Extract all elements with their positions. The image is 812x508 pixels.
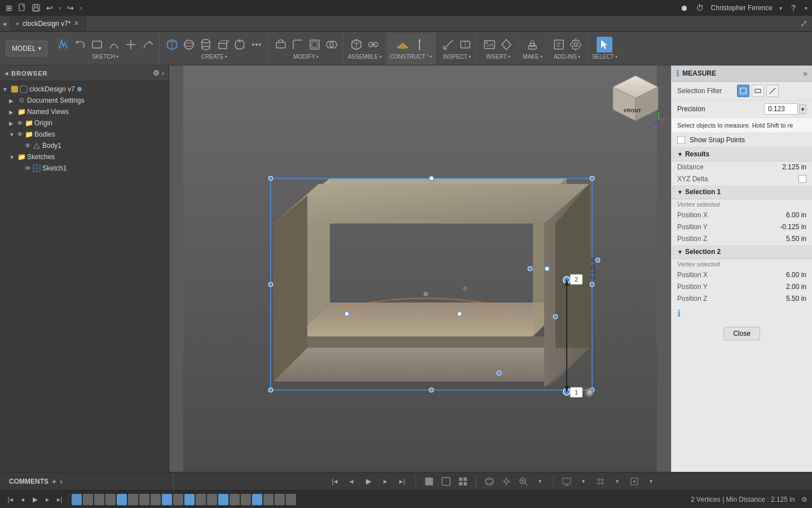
view-cube[interactable]: FRONT X Y Z <box>604 70 667 132</box>
timeline-item[interactable] <box>218 494 228 505</box>
timeline-item[interactable] <box>184 494 195 505</box>
viewport[interactable]: 2 1 ⚙ 2.125 in <box>169 65 671 472</box>
comments-expand-icon[interactable]: › <box>60 477 63 486</box>
timeline-item[interactable] <box>241 494 251 505</box>
toolbar-make[interactable]: MAKE ▾ <box>519 33 546 64</box>
timeline-item[interactable] <box>252 494 262 505</box>
skip-start-icon[interactable]: |◂ <box>329 475 341 488</box>
save-icon[interactable] <box>32 3 41 12</box>
tree-item-bodies[interactable]: ▼ 👁 📁 Bodies <box>0 129 169 140</box>
app-grid-icon[interactable]: ⊞ <box>5 3 14 12</box>
timeline-item[interactable] <box>72 494 82 505</box>
timeline-item[interactable] <box>94 494 104 505</box>
snap-icon[interactable] <box>628 475 641 488</box>
tab-nav-left[interactable]: ◂ <box>0 20 9 28</box>
create-label: CREATE <box>201 54 224 60</box>
toolbar-inspect[interactable]: INSPECT ▾ <box>437 33 477 64</box>
tab-close-icon[interactable]: ✕ <box>74 20 79 27</box>
toolbar-construct[interactable]: CONSTRUCT * ▾ <box>387 33 436 64</box>
tree-item-docsettings[interactable]: ▶ ⚙ Document Settings <box>0 95 169 106</box>
panel-expand-icon[interactable]: » <box>803 69 807 78</box>
toolbar-addins[interactable]: ADD-INS ▾ <box>548 33 588 64</box>
pan-icon[interactable] <box>500 475 513 488</box>
timeline-play-icon[interactable]: ▶ <box>29 494 41 505</box>
grid-dropdown-icon[interactable]: ▾ <box>611 475 624 488</box>
tree-item-origin[interactable]: ▶ 👁 📁 Origin <box>0 117 169 129</box>
timeline-item[interactable] <box>173 494 183 505</box>
timeline-item[interactable] <box>230 494 240 505</box>
skip-end-icon[interactable]: ▸| <box>396 475 409 488</box>
timeline-item[interactable] <box>263 494 273 505</box>
toolbar-assemble[interactable]: ASSEMBLE ▾ <box>345 33 386 64</box>
part-view-icon[interactable] <box>457 475 469 488</box>
timeline-item[interactable] <box>162 494 172 505</box>
sel2-posz-label: Position Z <box>677 295 707 303</box>
help-icon[interactable]: ? <box>789 3 798 12</box>
record-icon[interactable]: ⏺ <box>679 3 689 12</box>
redo-icon[interactable]: ↪ <box>66 3 75 12</box>
close-button[interactable]: Close <box>723 327 760 340</box>
file-icon[interactable] <box>18 3 27 12</box>
toolbar-select[interactable]: SELECT ▾ <box>589 33 621 64</box>
step-forward-icon[interactable]: ▸ <box>379 475 392 488</box>
timeline-next-icon[interactable]: ▸ <box>42 494 53 505</box>
timeline-end-icon[interactable]: ▸| <box>54 494 65 505</box>
zoom-dropdown-icon[interactable]: ▾ <box>534 475 546 488</box>
filter-body-btn[interactable] <box>737 85 749 97</box>
toolbar-modify[interactable]: MODIFY ▾ <box>270 33 343 64</box>
timeline-item[interactable] <box>128 494 138 505</box>
display-dropdown-icon[interactable]: ▾ <box>577 475 590 488</box>
solid-view-icon[interactable] <box>423 475 435 488</box>
timeline-item[interactable] <box>286 494 296 505</box>
svg-line-113 <box>770 88 775 94</box>
tree-icon-bodies: 📁 <box>24 130 33 139</box>
play-icon[interactable]: ▶ <box>363 475 375 488</box>
browser-collapse-icon[interactable]: ◂ <box>5 69 8 77</box>
snap-dropdown-icon[interactable]: ▾ <box>645 475 657 488</box>
toolbar-sketch[interactable]: SKETCH ▾ <box>52 33 160 64</box>
undo-icon[interactable]: ↩ <box>45 3 54 12</box>
timeline-item[interactable] <box>139 494 149 505</box>
timeline-start-icon[interactable]: |◂ <box>5 494 16 505</box>
timeline-item[interactable] <box>207 494 217 505</box>
step-back-icon[interactable]: ◂ <box>346 475 358 488</box>
browser-expand-icon[interactable]: › <box>162 69 164 77</box>
tree-item-namedviews[interactable]: ▶ 📁 Named Views <box>0 106 169 117</box>
orbit-icon[interactable] <box>483 475 496 488</box>
timeline-item[interactable] <box>151 494 161 505</box>
timer-icon[interactable]: ⏱ <box>695 3 704 12</box>
timeline-prev-icon[interactable]: ◂ <box>17 494 28 505</box>
selection2-section-header[interactable]: ▼ Selection 2 <box>672 245 812 259</box>
display-icon[interactable] <box>561 475 573 488</box>
model-button[interactable]: MODEL ▾ <box>6 41 47 56</box>
selection-filter-label: Selection Filter <box>677 87 734 95</box>
comments-add-icon[interactable]: + <box>52 477 56 486</box>
wireframe-icon[interactable] <box>440 475 452 488</box>
svg-rect-50 <box>20 86 27 93</box>
timeline-item[interactable] <box>117 494 127 505</box>
timeline-item[interactable] <box>275 494 285 505</box>
status-settings-icon[interactable]: ⚙ <box>801 496 807 503</box>
toolbar-create[interactable]: CREATE ▾ <box>161 33 268 64</box>
zoom-icon[interactable] <box>517 475 529 488</box>
tab-expand-icon[interactable]: ⤢ <box>800 18 807 29</box>
selection1-section-header[interactable]: ▼ Selection 1 <box>672 185 812 199</box>
active-tab[interactable]: ● clockDesign v7* ✕ <box>9 16 86 31</box>
precision-dropdown-icon[interactable]: ▾ <box>799 104 806 114</box>
grid-icon[interactable] <box>594 475 607 488</box>
timeline-item[interactable] <box>196 494 206 505</box>
tree-item-sketch1[interactable]: 👁 Sketch1 <box>0 163 169 174</box>
tree-item-root[interactable]: ▼ clockDesign v7 <box>0 84 169 95</box>
xyz-delta-checkbox[interactable] <box>798 175 806 183</box>
timeline-item[interactable] <box>105 494 116 505</box>
timeline-item[interactable] <box>83 494 93 505</box>
results-section-header[interactable]: ▼ Results <box>672 147 812 161</box>
svg-rect-67 <box>271 178 592 390</box>
filter-face-btn[interactable] <box>752 85 764 97</box>
toolbar-insert[interactable]: INSERT ▾ <box>478 33 518 64</box>
tree-item-body1[interactable]: 👁 Body1 <box>0 140 169 151</box>
snap-checkbox[interactable] <box>677 136 685 144</box>
browser-settings-icon[interactable]: ⚙ <box>153 69 160 77</box>
tree-item-sketches[interactable]: ▼ 📁 Sketches <box>0 151 169 163</box>
filter-edge-btn[interactable] <box>766 85 779 97</box>
